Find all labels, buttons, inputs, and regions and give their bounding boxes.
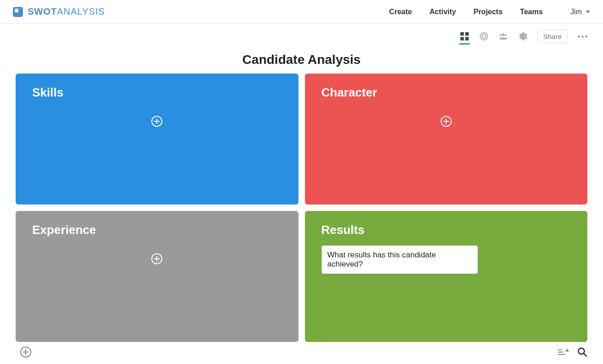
view-toolbar: Share xyxy=(0,24,603,44)
quadrant-character: Character xyxy=(305,74,588,205)
search-icon[interactable] xyxy=(577,347,587,357)
add-character-button[interactable] xyxy=(441,116,452,127)
svg-rect-3 xyxy=(465,37,469,41)
brand-logo-icon xyxy=(13,7,23,17)
quadrant-experience: Experience xyxy=(16,211,299,342)
svg-rect-0 xyxy=(460,32,464,36)
team-icon[interactable] xyxy=(499,32,508,41)
quadrant-results-title: Results xyxy=(322,223,572,237)
svg-point-5 xyxy=(482,34,486,38)
add-quadrant-button[interactable] xyxy=(20,347,31,358)
sort-icon[interactable] xyxy=(558,349,565,355)
nav-teams[interactable]: Teams xyxy=(520,8,543,16)
brand[interactable]: SWOTANALYSIS xyxy=(13,6,105,17)
svg-point-7 xyxy=(500,34,501,36)
svg-rect-2 xyxy=(460,37,464,41)
add-skill-button[interactable] xyxy=(151,116,162,127)
results-note-card[interactable]: What results has this candidate achieved… xyxy=(322,245,478,274)
quadrant-skills-title: Skills xyxy=(32,85,283,100)
page-title: Candidate Analysis xyxy=(0,52,603,67)
svg-point-4 xyxy=(480,33,488,40)
gear-icon[interactable] xyxy=(518,32,527,41)
swot-grid: Skills Character Experience Results What… xyxy=(0,74,603,342)
add-experience-button[interactable] xyxy=(151,253,162,264)
svg-rect-1 xyxy=(465,32,469,36)
brand-text-strong: SWOT xyxy=(28,6,57,17)
quadrant-results: Results What results has this candidate … xyxy=(305,211,588,342)
share-button[interactable]: Share xyxy=(537,30,568,43)
user-menu[interactable]: Jim xyxy=(570,8,590,16)
quadrant-skills: Skills xyxy=(16,74,299,205)
quadrant-experience-title: Experience xyxy=(32,223,283,237)
more-menu-icon[interactable] xyxy=(578,35,587,38)
brand-text: SWOTANALYSIS xyxy=(28,6,105,17)
main-nav: Create Activity Projects Teams xyxy=(389,8,543,16)
user-name: Jim xyxy=(570,8,582,16)
target-icon[interactable] xyxy=(479,32,488,41)
quadrant-character-title: Character xyxy=(322,85,572,100)
nav-create[interactable]: Create xyxy=(389,8,412,16)
svg-line-10 xyxy=(584,353,586,356)
brand-text-light: ANALYSIS xyxy=(57,6,105,17)
app-header: SWOTANALYSIS Create Activity Projects Te… xyxy=(0,0,603,24)
footer-bar xyxy=(0,342,603,364)
chevron-down-icon xyxy=(586,11,590,13)
nav-activity[interactable]: Activity xyxy=(430,8,456,16)
svg-point-6 xyxy=(502,33,505,36)
grid-view-icon[interactable] xyxy=(460,32,469,41)
nav-projects[interactable]: Projects xyxy=(473,8,502,16)
svg-point-8 xyxy=(505,34,507,36)
